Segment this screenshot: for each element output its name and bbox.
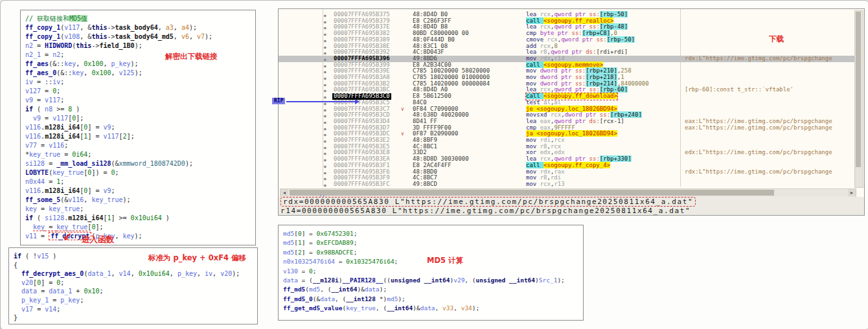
instruction-comment: eax:L"https://ime.gtimg.com/pc/brspgchan…: [685, 125, 854, 131]
code-token: v116: [25, 124, 41, 131]
code-token: lea: [526, 49, 540, 55]
code-line: LOBYTE(key_true[0]) = 0;: [25, 168, 251, 177]
instruction-bytes: 49:8BCD: [413, 181, 524, 188]
breakpoint-dot[interactable]: ●: [324, 182, 326, 188]
code-token: v130: [283, 267, 298, 275]
code-token: key: [33, 223, 45, 231]
code-token: = ::: [33, 78, 52, 85]
code-token: 0x10: [84, 288, 99, 295]
code-token: __int128: [346, 295, 376, 302]
code-token: qword ptr: [554, 11, 589, 17]
code-token: v15: [37, 253, 49, 260]
code-token: ] =: [87, 124, 103, 131]
code-token: key_true: [91, 196, 122, 203]
code-token: [rbp+218]: [586, 74, 617, 80]
code-token: if: [25, 214, 33, 221]
code-token: [14, 279, 21, 286]
code-token: mov: [526, 67, 540, 74]
code-line: ff_get_md5_value(key_true, (__int64)&dat…: [283, 304, 578, 313]
disasm-row[interactable]: ●00007FFFA695B3FC49:8BCDmov rcx,r13: [279, 181, 855, 188]
code-token: ;: [354, 239, 358, 246]
code-token: 0x10ui64: [131, 214, 162, 221]
code-token: movsxd: [526, 111, 551, 118]
code-token: ] =: [87, 133, 103, 140]
code-token: ,: [453, 304, 461, 312]
code-token: ( !: [21, 253, 37, 260]
jump-direction-icon: ∨: [401, 106, 404, 113]
code-token: (&::: [56, 69, 72, 76]
code-token: <sogoupy.loc_18026BD94>: [536, 106, 617, 112]
code-token: ,: [84, 69, 91, 76]
code-token: =: [41, 51, 52, 58]
code-token: ;: [313, 267, 317, 275]
code-token: call: [526, 17, 543, 24]
scroll-left-arrow-icon[interactable]: ◂: [280, 189, 288, 196]
code-token: si128: [25, 160, 45, 167]
code-token: ;: [60, 96, 64, 104]
code-token: je: [526, 106, 536, 112]
instruction-bytes: C785 18020000 01000000: [413, 74, 524, 81]
code-token: cmove: [526, 36, 547, 43]
code-token: 1: [621, 74, 624, 80]
instruction-comment: eax:L"https://ime.gtimg.com/pc/brspgchan…: [685, 119, 854, 125]
disasm-vertical-scrollbar[interactable]: [854, 10, 863, 188]
code-token: n2_1: [25, 51, 41, 58]
disasm-horizontal-scrollbar[interactable]: ◂ ▸: [280, 188, 856, 198]
code-token: lea: [526, 11, 540, 17]
code-line: v17 = v14;: [14, 305, 253, 314]
code-token: si128: [45, 214, 64, 221]
horizontal-scrollbar-thumb[interactable]: [290, 190, 774, 196]
code-token: r8: [540, 174, 547, 181]
code-line: v11 = ff_decrypt(p_key, key);: [25, 232, 251, 241]
code-token: rcx: [554, 137, 564, 143]
code-token: , (: [464, 277, 475, 284]
code-token: test: [526, 99, 543, 106]
code-token: v17: [21, 306, 33, 313]
scroll-right-arrow-icon[interactable]: ▸: [848, 189, 856, 196]
code-token: ,: [197, 270, 205, 277]
code-token: v9: [33, 115, 41, 122]
code-token: ds:: [589, 118, 600, 124]
code-token: data_1: [49, 288, 72, 295]
code-line: ff_aes_0(&::key, 0x100, v125);: [25, 69, 251, 78]
code-token: [25, 223, 33, 231]
jump-direction-icon: ∨: [401, 131, 404, 137]
code-token: rcx: [547, 36, 558, 43]
code-token: rcx: [540, 86, 551, 93]
vertical-scrollbar-thumb[interactable]: [856, 12, 861, 167]
code-line: data = (__m128i)__PAIR128__((unsigned __…: [283, 276, 578, 285]
code-token: mov: [526, 174, 540, 181]
code-token: eax: [540, 118, 551, 124]
code-token: ;: [60, 178, 64, 185]
code-line: v9 = v117[0];: [25, 114, 251, 123]
instruction-bytes: 48:8D8D 30030000: [413, 156, 524, 163]
code-token: data: [420, 304, 435, 312]
code-line: if ( si128.m128i_i64[1] >= 0x10ui64 ): [25, 214, 251, 223]
code-token: [14, 297, 21, 304]
code-token: add: [526, 43, 540, 49]
register-info-line: rdx=000000000565A830 L"https://ime.gtimg…: [279, 197, 864, 207]
code-token: );: [135, 233, 143, 240]
instruction-bytes: C785 14020000 00000084: [413, 81, 524, 87]
code-token: ;: [111, 187, 115, 194]
code-token: =: [37, 288, 49, 295]
code-token: [14, 288, 21, 295]
code-token: ->: [107, 33, 115, 40]
register-info-area: rdx=000000000565A830 L"https://ime.gtimg…: [279, 197, 864, 215]
code-token: );: [205, 33, 212, 40]
code-token: HIDWORD: [45, 42, 72, 49]
code-token: v29: [453, 277, 464, 284]
code-line: v9 = v117;: [25, 96, 251, 105]
code-token: m128i_i64: [45, 187, 80, 194]
code-token: v11: [25, 233, 37, 240]
code-token: Src_1: [539, 277, 558, 284]
code-token: , (: [376, 304, 387, 312]
code-token: 8: [554, 43, 557, 49]
code-token: data_1: [87, 270, 111, 277]
code-token: dword ptr: [540, 74, 575, 80]
code-line: si128 = _mm_load_si128(&xmmword_1808742D…: [25, 159, 251, 168]
code-token: (: [33, 214, 45, 221]
code-line: key = key_true;: [25, 205, 251, 214]
code-token: ds:: [586, 49, 596, 55]
code-token: rdi: [540, 137, 551, 143]
